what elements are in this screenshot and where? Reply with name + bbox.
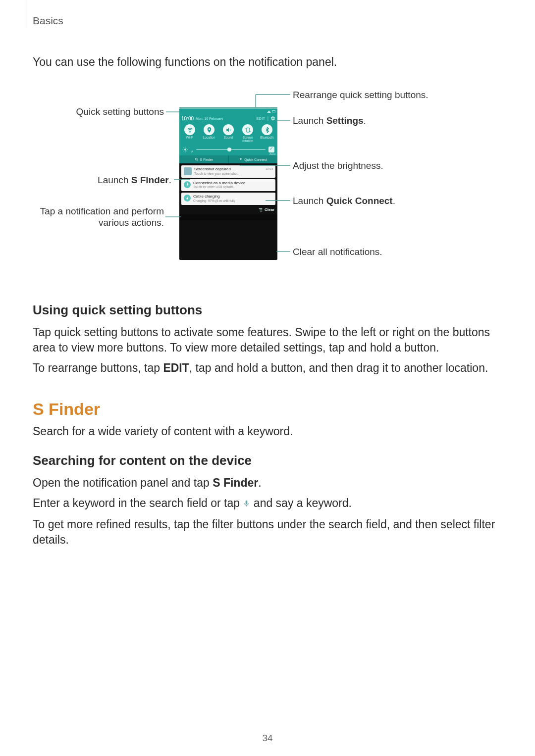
mic-icon (243, 497, 250, 512)
notification-panel-figure: 10:00 Mon, 16 February EDIT | Wi-FiLocat… (33, 85, 503, 283)
intro-text: You can use the following functions on t… (33, 54, 503, 70)
callout-s-finder: Launch S Finder. (33, 175, 171, 186)
heading-s-finder: S Finder (33, 400, 503, 419)
heading-searching-content: Searching for content on the device (33, 453, 503, 468)
callout-quick-connect: Launch Quick Connect. (293, 196, 395, 207)
heading-using-qsb: Using quick setting buttons (33, 302, 503, 318)
callout-rearrange: Rearrange quick setting buttons. (293, 90, 428, 101)
searching-p1: Open the notification panel and tap S Fi… (33, 475, 503, 491)
callout-brightness: Adjust the brightness. (293, 160, 383, 172)
callout-launch-settings: Launch Settings. (293, 115, 366, 127)
using-qsb-p1: Tap quick setting buttons to activate so… (33, 325, 503, 355)
callout-notification-action: Tap a notification and perform various a… (33, 206, 164, 229)
section-header: Basics (33, 15, 63, 27)
callout-clear: Clear all notifications. (293, 247, 382, 258)
page-content: You can use the following functions on t… (33, 54, 503, 553)
callout-quick-settings: Quick setting buttons (33, 106, 164, 118)
using-qsb-p2: To rearrange buttons, tap EDIT, tap and … (33, 360, 503, 376)
page-number: 34 (0, 733, 535, 744)
searching-p2: Enter a keyword in the search field or t… (33, 496, 503, 512)
searching-p3: To get more refined results, tap the fil… (33, 517, 503, 548)
s-finder-intro: Search for a wide variety of content wit… (33, 424, 503, 439)
header-rule (25, 0, 25, 28)
